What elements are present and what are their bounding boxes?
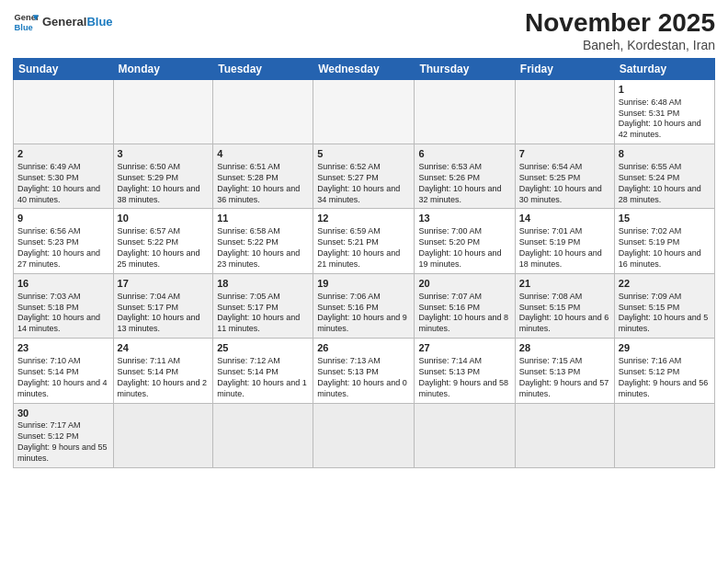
calendar-day-cell xyxy=(415,79,515,144)
weekday-header-wednesday: Wednesday xyxy=(313,58,415,79)
day-number: 2 xyxy=(17,147,109,161)
day-number: 9 xyxy=(17,212,109,225)
calendar-week-row: 16Sunrise: 7:03 AM Sunset: 5:18 PM Dayli… xyxy=(14,273,715,338)
calendar-day-cell xyxy=(614,403,714,467)
day-number: 22 xyxy=(619,277,711,291)
day-info: Sunrise: 7:11 AM Sunset: 5:14 PM Dayligh… xyxy=(118,356,210,400)
day-number: 26 xyxy=(317,341,410,355)
day-info: Sunrise: 7:04 AM Sunset: 5:17 PM Dayligh… xyxy=(118,292,210,336)
day-info: Sunrise: 7:03 AM Sunset: 5:18 PM Dayligh… xyxy=(17,292,109,336)
header: General Blue GeneralBlue November 2025 B… xyxy=(13,9,715,52)
day-info: Sunrise: 6:58 AM Sunset: 5:22 PM Dayligh… xyxy=(217,226,309,270)
day-number: 24 xyxy=(118,341,210,355)
calendar-day-cell xyxy=(515,79,614,144)
day-number: 27 xyxy=(418,341,510,355)
day-number: 7 xyxy=(519,147,610,161)
day-info: Sunrise: 6:55 AM Sunset: 5:24 PM Dayligh… xyxy=(619,162,711,206)
calendar-day-cell xyxy=(113,403,213,467)
calendar-week-row: 1Sunrise: 6:48 AM Sunset: 5:31 PM Daylig… xyxy=(14,79,715,144)
calendar-day-cell: 20Sunrise: 7:07 AM Sunset: 5:16 PM Dayli… xyxy=(415,273,515,338)
day-number: 20 xyxy=(418,277,510,291)
day-info: Sunrise: 7:00 AM Sunset: 5:20 PM Dayligh… xyxy=(418,226,510,270)
day-number: 13 xyxy=(418,212,510,225)
day-info: Sunrise: 7:13 AM Sunset: 5:13 PM Dayligh… xyxy=(317,356,410,400)
calendar-day-cell: 24Sunrise: 7:11 AM Sunset: 5:14 PM Dayli… xyxy=(113,339,213,403)
day-info: Sunrise: 7:08 AM Sunset: 5:15 PM Dayligh… xyxy=(519,292,610,336)
day-info: Sunrise: 6:54 AM Sunset: 5:25 PM Dayligh… xyxy=(519,162,610,206)
day-info: Sunrise: 7:17 AM Sunset: 5:12 PM Dayligh… xyxy=(17,420,109,465)
day-info: Sunrise: 7:09 AM Sunset: 5:15 PM Dayligh… xyxy=(619,292,711,336)
calendar-day-cell xyxy=(14,79,114,144)
calendar-day-cell xyxy=(113,79,213,144)
day-number: 17 xyxy=(118,277,210,291)
day-info: Sunrise: 7:06 AM Sunset: 5:16 PM Dayligh… xyxy=(317,292,410,336)
calendar-day-cell: 22Sunrise: 7:09 AM Sunset: 5:15 PM Dayli… xyxy=(614,273,714,338)
calendar-day-cell xyxy=(313,403,415,467)
calendar-day-cell xyxy=(415,403,515,467)
calendar-day-cell: 1Sunrise: 6:48 AM Sunset: 5:31 PM Daylig… xyxy=(614,79,714,144)
day-number: 16 xyxy=(17,277,109,291)
day-info: Sunrise: 7:10 AM Sunset: 5:14 PM Dayligh… xyxy=(17,356,109,400)
day-number: 29 xyxy=(619,341,711,355)
weekday-header-tuesday: Tuesday xyxy=(213,58,313,79)
day-number: 18 xyxy=(217,277,309,291)
day-number: 8 xyxy=(619,147,711,161)
calendar-day-cell: 29Sunrise: 7:16 AM Sunset: 5:12 PM Dayli… xyxy=(614,339,714,403)
day-number: 19 xyxy=(317,277,410,291)
calendar-day-cell: 21Sunrise: 7:08 AM Sunset: 5:15 PM Dayli… xyxy=(515,273,614,338)
day-info: Sunrise: 6:49 AM Sunset: 5:30 PM Dayligh… xyxy=(17,162,109,206)
calendar-day-cell: 10Sunrise: 6:57 AM Sunset: 5:22 PM Dayli… xyxy=(113,209,213,273)
calendar-day-cell: 11Sunrise: 6:58 AM Sunset: 5:22 PM Dayli… xyxy=(213,209,313,273)
calendar-day-cell: 9Sunrise: 6:56 AM Sunset: 5:23 PM Daylig… xyxy=(14,209,114,273)
day-info: Sunrise: 7:15 AM Sunset: 5:13 PM Dayligh… xyxy=(519,356,610,400)
calendar-day-cell: 17Sunrise: 7:04 AM Sunset: 5:17 PM Dayli… xyxy=(113,273,213,338)
calendar-day-cell xyxy=(213,79,313,144)
calendar-day-cell: 14Sunrise: 7:01 AM Sunset: 5:19 PM Dayli… xyxy=(515,209,614,273)
calendar-day-cell: 16Sunrise: 7:03 AM Sunset: 5:18 PM Dayli… xyxy=(14,273,114,338)
calendar-day-cell: 13Sunrise: 7:00 AM Sunset: 5:20 PM Dayli… xyxy=(415,209,515,273)
day-number: 12 xyxy=(317,212,410,225)
day-info: Sunrise: 6:57 AM Sunset: 5:22 PM Dayligh… xyxy=(118,226,210,270)
calendar-day-cell: 2Sunrise: 6:49 AM Sunset: 5:30 PM Daylig… xyxy=(14,144,114,209)
logo: General Blue GeneralBlue xyxy=(13,9,113,35)
calendar-day-cell: 8Sunrise: 6:55 AM Sunset: 5:24 PM Daylig… xyxy=(614,144,714,209)
weekday-header-monday: Monday xyxy=(113,58,213,79)
day-number: 11 xyxy=(217,212,309,225)
day-info: Sunrise: 6:51 AM Sunset: 5:28 PM Dayligh… xyxy=(217,162,309,206)
calendar-day-cell: 5Sunrise: 6:52 AM Sunset: 5:27 PM Daylig… xyxy=(313,144,415,209)
day-info: Sunrise: 6:59 AM Sunset: 5:21 PM Dayligh… xyxy=(317,226,410,270)
calendar-day-cell: 25Sunrise: 7:12 AM Sunset: 5:14 PM Dayli… xyxy=(213,339,313,403)
calendar-week-row: 9Sunrise: 6:56 AM Sunset: 5:23 PM Daylig… xyxy=(14,209,715,273)
calendar-day-cell xyxy=(213,403,313,467)
title-block: November 2025 Baneh, Kordestan, Iran xyxy=(525,9,715,52)
day-info: Sunrise: 7:01 AM Sunset: 5:19 PM Dayligh… xyxy=(519,226,610,270)
calendar-day-cell xyxy=(313,79,415,144)
calendar-day-cell: 23Sunrise: 7:10 AM Sunset: 5:14 PM Dayli… xyxy=(14,339,114,403)
day-number: 15 xyxy=(619,212,711,225)
day-number: 14 xyxy=(519,212,610,225)
calendar-week-row: 30Sunrise: 7:17 AM Sunset: 5:12 PM Dayli… xyxy=(14,403,715,467)
calendar-day-cell: 6Sunrise: 6:53 AM Sunset: 5:26 PM Daylig… xyxy=(415,144,515,209)
weekday-header-sunday: Sunday xyxy=(14,58,114,79)
weekday-header-thursday: Thursday xyxy=(415,58,515,79)
day-info: Sunrise: 7:16 AM Sunset: 5:12 PM Dayligh… xyxy=(619,356,711,400)
calendar-day-cell xyxy=(515,403,614,467)
calendar-day-cell: 19Sunrise: 7:06 AM Sunset: 5:16 PM Dayli… xyxy=(313,273,415,338)
page: General Blue GeneralBlue November 2025 B… xyxy=(0,0,728,563)
day-number: 6 xyxy=(418,147,510,161)
day-number: 10 xyxy=(118,212,210,225)
logo-icon: General Blue xyxy=(13,9,39,35)
svg-text:Blue: Blue xyxy=(15,23,33,32)
day-number: 4 xyxy=(217,147,309,161)
day-info: Sunrise: 7:05 AM Sunset: 5:17 PM Dayligh… xyxy=(217,292,309,336)
calendar-table: SundayMondayTuesdayWednesdayThursdayFrid… xyxy=(13,58,715,468)
day-number: 5 xyxy=(317,147,410,161)
logo-blue-text: Blue xyxy=(86,15,112,29)
calendar-week-row: 2Sunrise: 6:49 AM Sunset: 5:30 PM Daylig… xyxy=(14,144,715,209)
calendar-day-cell: 4Sunrise: 6:51 AM Sunset: 5:28 PM Daylig… xyxy=(213,144,313,209)
calendar-day-cell: 12Sunrise: 6:59 AM Sunset: 5:21 PM Dayli… xyxy=(313,209,415,273)
calendar-day-cell: 3Sunrise: 6:50 AM Sunset: 5:29 PM Daylig… xyxy=(113,144,213,209)
logo-wordmark: GeneralBlue xyxy=(42,16,113,29)
day-number: 3 xyxy=(118,147,210,161)
calendar-day-cell: 7Sunrise: 6:54 AM Sunset: 5:25 PM Daylig… xyxy=(515,144,614,209)
